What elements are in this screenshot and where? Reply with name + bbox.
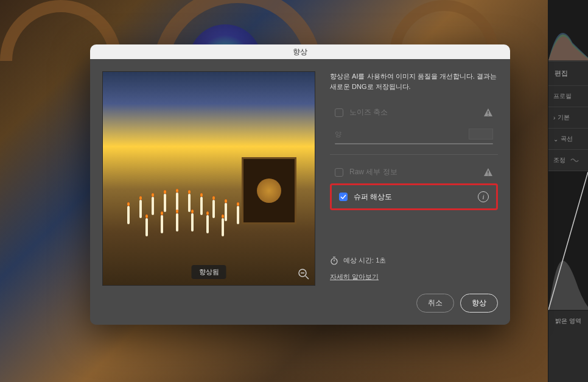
right-sidebar: 편집 프로필 › 기본 ⌄ 곡선 조정 밝은 영역 — [548, 0, 588, 382]
learn-more-link[interactable]: 자세히 알아보기 — [330, 272, 498, 281]
preview-image[interactable]: 향상됨 — [102, 71, 315, 286]
raw-details-option: Raw 세부 정보 — [330, 161, 498, 183]
profile-row[interactable]: 프로필 — [548, 85, 588, 107]
amount-value-field — [469, 129, 493, 140]
dialog-title: 향상 — [293, 47, 307, 57]
tone-curve-panel[interactable] — [548, 171, 588, 311]
zoom-out-icon — [298, 268, 310, 280]
dialog-description: 향상은 AI를 사용하여 이미지 품질을 개선합니다. 결과는 새로운 DNG로… — [330, 71, 498, 91]
enhance-dialog: 향상 — [90, 44, 510, 325]
svg-line-3 — [306, 276, 309, 279]
raw-details-label: Raw 세부 정보 — [349, 167, 477, 177]
svg-point-5 — [488, 115, 489, 116]
amount-row: 양 — [330, 124, 498, 142]
wave-icon — [570, 156, 579, 164]
profile-label: 프로필 — [553, 92, 572, 101]
adjust-row[interactable]: 조정 — [548, 149, 588, 171]
chevron-right-icon: › — [553, 115, 555, 121]
svg-point-7 — [488, 174, 489, 175]
timer-icon — [330, 256, 338, 265]
warning-icon — [483, 168, 493, 177]
curve-label: 곡선 — [561, 135, 573, 143]
denoise-option: 노이즈 축소 — [330, 101, 498, 124]
divider — [330, 154, 498, 155]
estimated-time-row: 예상 시간: 1초 — [330, 253, 498, 267]
warning-icon — [483, 108, 493, 118]
edit-panel-header[interactable]: 편집 — [548, 61, 588, 85]
histogram-chart — [548, 0, 588, 61]
super-resolution-option[interactable]: 슈퍼 해상도 i — [330, 183, 498, 210]
zoom-out-button[interactable] — [298, 268, 310, 280]
basic-panel[interactable]: › 기본 — [548, 107, 588, 128]
preview-decoration — [121, 175, 292, 249]
raw-details-checkbox — [335, 168, 343, 177]
enhance-button[interactable]: 향상 — [460, 294, 498, 313]
cancel-button[interactable]: 취소 — [416, 294, 454, 313]
amount-label: 양 — [335, 130, 463, 139]
options-panel: 향상은 AI를 사용하여 이미지 품질을 개선합니다. 결과는 새로운 DNG로… — [330, 71, 498, 313]
super-resolution-label: 슈퍼 해상도 — [354, 192, 472, 202]
chevron-down-icon: ⌄ — [553, 136, 558, 143]
super-resolution-checkbox[interactable] — [339, 193, 348, 201]
tone-curve-chart — [548, 171, 588, 311]
denoise-label: 노이즈 축소 — [349, 107, 477, 118]
info-icon[interactable]: i — [478, 191, 489, 202]
dialog-buttons: 취소 향상 — [330, 294, 498, 313]
basic-label: 기본 — [558, 113, 570, 122]
bright-region-label[interactable]: 밝은 영역 — [548, 311, 588, 331]
edit-label: 편집 — [555, 69, 568, 78]
dialog-body: 향상됨 향상은 AI를 사용하여 이미지 품질을 개선합니다. 결과는 새로운 … — [90, 59, 510, 325]
histogram-panel[interactable] — [548, 0, 588, 61]
curve-panel-header[interactable]: ⌄ 곡선 — [548, 128, 588, 149]
adjust-label: 조정 — [553, 156, 565, 164]
estimated-time-label: 예상 시간: 1초 — [343, 256, 386, 265]
preview-status-badge: 향상됨 — [192, 265, 226, 279]
denoise-checkbox — [335, 108, 343, 117]
checkmark-icon — [340, 194, 346, 200]
amount-slider — [335, 143, 493, 144]
dialog-titlebar[interactable]: 향상 — [90, 44, 510, 59]
